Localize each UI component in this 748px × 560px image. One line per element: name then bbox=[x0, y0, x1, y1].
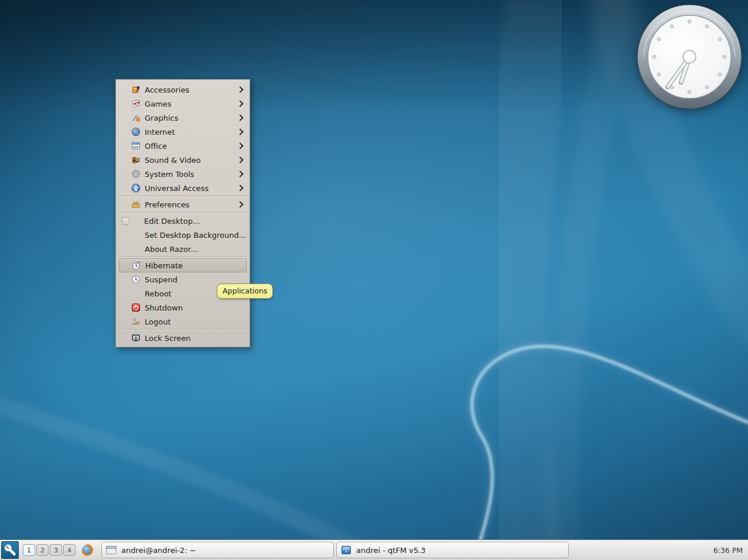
analog-clock-widget bbox=[637, 4, 742, 110]
suspend-icon bbox=[131, 275, 141, 284]
menu-item-edit-desktop[interactable]: Edit Desktop... bbox=[116, 214, 250, 228]
lock-screen-icon bbox=[131, 333, 141, 343]
menu-item-label: Office bbox=[145, 142, 238, 151]
menu-item-accessories[interactable]: Accessories bbox=[116, 83, 250, 97]
menu-item-label: Graphics bbox=[145, 114, 238, 122]
submenu-arrow-icon bbox=[237, 100, 243, 107]
wallpaper-curves bbox=[0, 0, 748, 560]
clock-hub bbox=[683, 50, 696, 63]
workspace-label: 4 bbox=[67, 547, 71, 554]
submenu-arrow-icon bbox=[237, 156, 243, 163]
menu-item-label: Hibernate bbox=[145, 261, 246, 270]
menu-separator bbox=[116, 211, 250, 214]
accessories-icon bbox=[131, 85, 141, 94]
menu-item-shutdown[interactable]: Shutdown bbox=[116, 301, 250, 315]
menu-item-label: Set Desktop Background... bbox=[145, 231, 250, 240]
menu-item-label: Suspend bbox=[145, 275, 250, 284]
games-icon: ♠♥ bbox=[131, 99, 141, 108]
menu-item-label: Universal Access bbox=[145, 184, 238, 193]
menu-item-lock-screen[interactable]: Lock Screen bbox=[116, 331, 250, 345]
menu-item-label: Preferences bbox=[145, 200, 238, 209]
workspace-label: 3 bbox=[54, 547, 58, 554]
menu-separator bbox=[116, 256, 250, 258]
menu-item-label: Lock Screen bbox=[145, 334, 250, 343]
taskbar-window-qtfm[interactable]: andrei - qtFM v5.3 bbox=[336, 542, 569, 558]
menu-item-label: System Tools bbox=[145, 170, 238, 179]
menu-item-label: Shutdown bbox=[145, 303, 250, 312]
submenu-arrow-icon bbox=[237, 201, 243, 207]
menu-item-universal-access[interactable]: Universal Access bbox=[116, 181, 250, 195]
razor-menu-icon bbox=[2, 542, 18, 558]
applications-menu: Accessories ♠♥ Games Graphics Internet O… bbox=[115, 79, 250, 347]
menu-item-logout[interactable]: Logout bbox=[116, 315, 250, 329]
firefox-launcher[interactable] bbox=[80, 543, 94, 557]
workspace-button-3[interactable]: 3 bbox=[50, 544, 62, 556]
svg-text:♠: ♠ bbox=[136, 101, 139, 104]
menu-item-sound-video[interactable]: Sound & Video bbox=[116, 153, 250, 167]
submenu-arrow-icon bbox=[237, 142, 243, 149]
sound-video-icon bbox=[131, 155, 141, 165]
submenu-arrow-icon bbox=[237, 170, 243, 177]
menu-item-graphics[interactable]: Graphics bbox=[116, 111, 250, 125]
menu-item-label: Logout bbox=[145, 317, 250, 326]
window-list: andrei@andrei-2: ~ andrei - qtFM v5.3 bbox=[101, 542, 569, 558]
menu-separator bbox=[116, 329, 250, 331]
logout-icon bbox=[131, 317, 141, 326]
menu-item-label: Internet bbox=[145, 128, 238, 136]
office-icon bbox=[131, 141, 141, 151]
window-title: andrei@andrei-2: ~ bbox=[121, 546, 196, 555]
menu-item-label: Edit Desktop... bbox=[144, 217, 250, 226]
menu-item-label: Games bbox=[145, 100, 238, 108]
menu-item-preferences[interactable]: Preferences bbox=[116, 197, 250, 211]
menu-item-label: About Razor... bbox=[145, 245, 250, 254]
menu-item-games[interactable]: ♠♥ Games bbox=[116, 97, 250, 111]
menu-item-label: Accessories bbox=[145, 86, 238, 94]
terminal-icon bbox=[106, 545, 117, 555]
submenu-arrow-icon bbox=[237, 86, 243, 93]
taskbar-clock[interactable]: 6:36 PM bbox=[713, 546, 743, 555]
svg-text:z: z bbox=[139, 261, 140, 263]
workspace-pager: 1 2 3 4 bbox=[23, 544, 76, 556]
taskbar: 1 2 3 4 andrei@andrei-2: ~ andrei - qtFM… bbox=[0, 539, 748, 560]
menu-item-internet[interactable]: Internet bbox=[116, 125, 250, 139]
submenu-arrow-icon bbox=[237, 185, 243, 191]
taskbar-window-terminal[interactable]: andrei@andrei-2: ~ bbox=[101, 542, 334, 558]
workspace-button-1[interactable]: 1 bbox=[23, 544, 35, 556]
menu-item-system-tools[interactable]: System Tools bbox=[116, 167, 250, 181]
workspace-button-4[interactable]: 4 bbox=[63, 544, 76, 556]
submenu-arrow-icon bbox=[237, 114, 243, 121]
edit-desktop-checkbox[interactable] bbox=[122, 217, 129, 225]
firefox-icon bbox=[81, 544, 94, 556]
file-manager-icon bbox=[341, 545, 351, 555]
menu-item-set-desktop-background[interactable]: Set Desktop Background... bbox=[116, 228, 250, 242]
main-menu-button[interactable] bbox=[1, 541, 19, 559]
tooltip-text: Applications bbox=[223, 286, 267, 295]
hibernate-icon: zz bbox=[132, 261, 141, 270]
menu-separator bbox=[116, 195, 250, 197]
menu-item-hibernate[interactable]: zz Hibernate bbox=[119, 258, 247, 272]
internet-icon bbox=[131, 127, 141, 136]
workspace-button-2[interactable]: 2 bbox=[36, 544, 49, 556]
graphics-icon bbox=[131, 113, 141, 122]
desktop-background bbox=[0, 0, 748, 560]
preferences-icon bbox=[131, 200, 141, 209]
applications-tooltip: Applications bbox=[217, 284, 273, 299]
menu-item-office[interactable]: Office bbox=[116, 139, 250, 153]
submenu-arrow-icon bbox=[237, 128, 243, 135]
workspace-label: 2 bbox=[40, 547, 45, 554]
svg-text:♥: ♥ bbox=[133, 102, 136, 107]
window-title: andrei - qtFM v5.3 bbox=[356, 546, 426, 555]
menu-item-label: Sound & Video bbox=[145, 156, 238, 165]
menu-item-about-razor[interactable]: About Razor... bbox=[116, 242, 250, 256]
universal-access-icon bbox=[131, 183, 141, 193]
system-tools-icon bbox=[131, 169, 141, 179]
workspace-label: 1 bbox=[27, 547, 31, 554]
shutdown-icon bbox=[131, 303, 141, 312]
